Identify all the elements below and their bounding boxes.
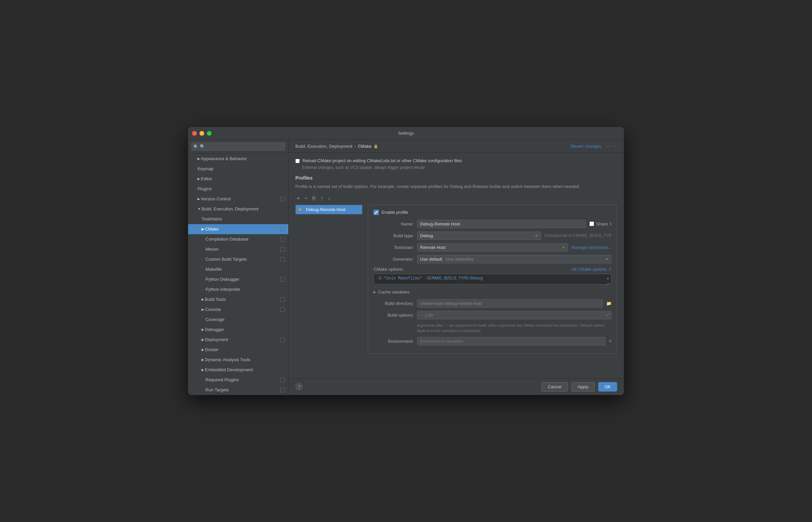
- sidebar-item-compilation-database[interactable]: Compilation Database: [188, 234, 288, 244]
- apply-button[interactable]: Apply: [571, 382, 595, 392]
- sidebar-item-meson[interactable]: Meson: [188, 244, 288, 254]
- reload-checkbox-row: Reload CMake project on editing CMakeLis…: [295, 158, 617, 163]
- main-header: Build, Execution, Deployment › CMake 🔒 R…: [289, 140, 624, 153]
- sidebar-item-python-debugger[interactable]: Python Debugger: [188, 275, 288, 284]
- sidebar-item-label: Plugins: [197, 185, 212, 193]
- environment-row: Environment: ≡: [373, 337, 612, 345]
- build-type-value: Debug: [420, 233, 433, 238]
- close-button[interactable]: [192, 131, 197, 136]
- sidebar-item-label: Coverage: [206, 316, 224, 323]
- sidebar-item-label: Deployment: [205, 336, 228, 343]
- plus-icon[interactable]: +: [606, 276, 610, 281]
- sidebar-item-keymap[interactable]: Keymap: [188, 164, 288, 174]
- sidebar-item-plugins[interactable]: Plugins: [188, 184, 288, 194]
- name-input[interactable]: [417, 220, 586, 228]
- minimize-button[interactable]: [199, 131, 204, 136]
- build-options-input[interactable]: [417, 311, 612, 319]
- sidebar-item-label: Python Debugger: [206, 276, 239, 283]
- info-icon: ℹ: [610, 221, 612, 226]
- search-bar: 🔍: [188, 140, 288, 154]
- sidebar-item-debugger[interactable]: ▶ Debugger: [188, 325, 288, 335]
- forward-button[interactable]: →: [612, 143, 617, 149]
- sidebar-item-label: Run Targets: [206, 386, 229, 394]
- chevron-down-icon: ▼: [197, 205, 201, 213]
- toolchain-value: Remote Host: [420, 245, 446, 250]
- search-input[interactable]: [191, 142, 285, 151]
- revert-changes-button[interactable]: Revert changes: [571, 144, 601, 149]
- share-label: Share: [596, 221, 608, 226]
- profile-triangle-icon: [299, 208, 302, 211]
- sidebar-item-version-control[interactable]: ▶ Version Control: [188, 194, 288, 204]
- build-directory-input[interactable]: [417, 299, 603, 307]
- sidebar-item-docker[interactable]: ▶ Docker: [188, 345, 288, 355]
- nav-badge: [280, 337, 285, 342]
- move-up-button[interactable]: ↑: [319, 195, 325, 202]
- nav-badge: [280, 388, 285, 392]
- build-options-label: Build options:: [373, 313, 414, 318]
- sidebar-item-makefile[interactable]: Makefile: [188, 264, 288, 275]
- environment-input[interactable]: [417, 337, 605, 345]
- title-bar: Settings: [188, 127, 624, 140]
- sidebar-item-label: Build Tools: [205, 296, 226, 303]
- reload-checkbox[interactable]: [295, 159, 300, 163]
- sidebar-item-label: CMake: [205, 225, 218, 233]
- nav-badge: [280, 297, 285, 302]
- sidebar-item-coverage[interactable]: Coverage: [188, 315, 288, 325]
- sidebar-item-cmake[interactable]: ▶ CMake: [188, 224, 288, 234]
- env-icon[interactable]: ≡: [609, 338, 612, 344]
- sidebar-item-embedded-dev[interactable]: ▶ Embedded Development: [188, 365, 288, 375]
- folder-icon[interactable]: 📁: [606, 301, 612, 306]
- cancel-button[interactable]: Cancel: [541, 382, 567, 392]
- nav-badge: [280, 197, 285, 201]
- enable-profile-label: Enable profile: [382, 210, 408, 215]
- chevron-right-icon: ▶: [197, 155, 200, 162]
- generator-dropdown[interactable]: Use default Unix Makefiles ▼: [417, 255, 612, 263]
- sidebar: 🔍 ▶ Appearance & Behavior Keymap ▶ Edito…: [188, 140, 289, 395]
- sidebar-item-label: Appearance & Behavior: [201, 155, 247, 162]
- manage-toolchains-link[interactable]: Manage toolchains...: [571, 245, 612, 250]
- sidebar-item-build-exec-deploy[interactable]: ▼ Build, Execution, Deployment: [188, 204, 288, 214]
- toolchain-dropdown[interactable]: Remote Host ▼: [417, 243, 568, 252]
- add-profile-button[interactable]: +: [295, 195, 301, 202]
- build-directory-label: Build directory:: [373, 301, 414, 306]
- sidebar-item-python-interpreter[interactable]: Python Interpreter: [188, 284, 288, 295]
- sidebar-item-appearance[interactable]: ▶ Appearance & Behavior: [188, 154, 288, 164]
- build-type-label: Build type:: [373, 233, 414, 238]
- chevron-right-icon: ▶: [201, 346, 204, 354]
- environment-label: Environment:: [373, 339, 414, 344]
- sidebar-item-label: Toolchains: [201, 216, 222, 223]
- sidebar-item-build-tools[interactable]: ▶ Build Tools: [188, 295, 288, 304]
- copy-profile-button[interactable]: ⎘: [311, 195, 317, 202]
- sidebar-item-dynamic-analysis[interactable]: ▶ Dynamic Analysis Tools: [188, 355, 288, 365]
- sidebar-item-console[interactable]: ▶ Console: [188, 304, 288, 315]
- remove-profile-button[interactable]: −: [303, 195, 309, 202]
- help-button[interactable]: ?: [295, 383, 303, 390]
- sidebar-item-editor[interactable]: ▶ Editor: [188, 174, 288, 184]
- profile-item-debug-remote-host[interactable]: Debug-Remote Host: [296, 205, 362, 214]
- cache-variables-row[interactable]: ▶ Cache variables: [373, 288, 612, 296]
- maximize-button[interactable]: [207, 131, 212, 136]
- sidebar-item-required-plugins[interactable]: Required Plugins: [188, 375, 288, 385]
- cmake-options-label: CMake options:: [373, 267, 404, 272]
- all-cmake-options-link[interactable]: All CMake options ↗: [572, 267, 612, 272]
- sidebar-item-deployment[interactable]: ▶ Deployment: [188, 335, 288, 345]
- sidebar-item-run-targets[interactable]: Run Targets: [188, 385, 288, 395]
- build-type-dropdown[interactable]: Debug ▼: [417, 232, 541, 240]
- ok-button[interactable]: OK: [598, 382, 617, 392]
- settings-window: Settings 🔍 ▶ Appearance & Behavior Keyma…: [188, 127, 624, 395]
- sidebar-item-toolchains[interactable]: Toolchains: [188, 214, 288, 224]
- enable-profile-checkbox[interactable]: [373, 210, 379, 215]
- cmake-options-field[interactable]: -G "Unix Makefiles" -DCMAKE_BUILD_TYPE=D…: [373, 274, 612, 284]
- name-label: Name:: [373, 221, 414, 226]
- expand-icon[interactable]: ⤢: [606, 312, 610, 317]
- move-down-button[interactable]: ↓: [327, 195, 332, 202]
- breadcrumb: Build, Execution, Deployment › CMake 🔒: [295, 144, 378, 149]
- profile-panel: Enable profile Name: Share ℹ: [368, 205, 617, 354]
- sidebar-item-custom-build-targets[interactable]: Custom Build Targets: [188, 254, 288, 264]
- chevron-right-icon: ▶: [373, 290, 376, 294]
- back-button[interactable]: ←: [605, 143, 611, 149]
- expand-icon[interactable]: ⤢: [606, 282, 610, 286]
- share-checkbox[interactable]: [589, 221, 594, 226]
- generator-value: Unix Makefiles: [445, 257, 474, 262]
- sidebar-item-label: Required Plugins: [206, 376, 239, 384]
